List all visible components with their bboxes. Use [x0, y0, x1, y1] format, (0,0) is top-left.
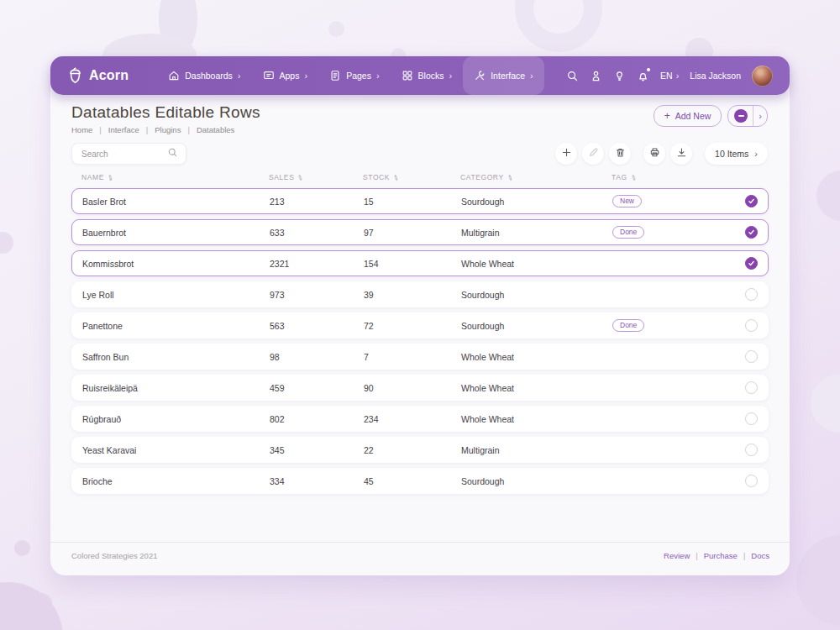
column-header-tag[interactable]: TAG — [612, 173, 704, 181]
items-per-page-button[interactable]: 10 Items › — [705, 143, 768, 165]
brand-name: Acorn — [89, 68, 129, 83]
cell-category: Whole Wheat — [461, 352, 612, 362]
row-checkbox[interactable] — [745, 288, 758, 301]
breadcrumb-home[interactable]: Home — [71, 125, 92, 134]
column-header-category[interactable]: CATEGORY — [460, 173, 612, 181]
table-row[interactable]: Panettone 563 72 Sourdough Done — [71, 312, 769, 339]
cell-stock: 15 — [364, 197, 461, 207]
chevron-right-icon: › — [676, 71, 680, 81]
user-menu[interactable]: Lisa Jackson — [690, 71, 741, 81]
decor-ring — [515, 0, 602, 52]
cell-category: Whole Wheat — [461, 383, 612, 393]
column-header-sales[interactable]: SALES — [269, 173, 363, 181]
cell-name: Kommissbrot — [82, 259, 270, 269]
expand-button[interactable]: › — [753, 106, 767, 126]
add-new-label: Add New — [675, 111, 711, 121]
print-button[interactable] — [643, 143, 665, 165]
table-row[interactable]: Basler Brot 213 15 Sourdough New — [71, 188, 769, 214]
main-menu: Dashboards › Apps › Pages — [157, 56, 544, 95]
menu-label: Pages — [346, 71, 371, 81]
lock-icon[interactable] — [590, 70, 602, 82]
edit-row-button[interactable] — [582, 143, 604, 165]
navbar-right: EN › Lisa Jackson — [566, 56, 773, 95]
chevron-right-icon: › — [754, 149, 758, 159]
user-name: Lisa Jackson — [690, 71, 741, 81]
cell-category: Multigrain — [461, 228, 612, 238]
breadcrumb-interface[interactable]: Interface — [108, 125, 139, 134]
column-header-name[interactable]: NAME — [81, 173, 269, 181]
footer-links: Review| Purchase| Docs — [664, 551, 769, 560]
table-row[interactable]: Brioche 334 45 Sourdough — [71, 468, 769, 494]
search-icon[interactable] — [566, 70, 579, 82]
bell-icon[interactable] — [637, 70, 649, 82]
decor-circle — [811, 374, 840, 433]
breadcrumb-plugins[interactable]: Plugins — [155, 125, 181, 134]
row-checkbox[interactable] — [745, 412, 758, 425]
cell-name: Yeast Karavai — [82, 445, 270, 455]
row-checkbox[interactable] — [745, 226, 758, 239]
table-row[interactable]: Ruisreikäleipä 459 90 Whole Wheat — [71, 375, 769, 401]
export-button[interactable] — [670, 143, 692, 165]
menu-item-apps[interactable]: Apps › — [252, 56, 319, 95]
table-row[interactable]: Lye Roll 973 39 Sourdough — [71, 281, 769, 307]
brand-logo[interactable]: Acorn — [67, 56, 129, 95]
cell-name: Ruisreikäleipä — [82, 383, 270, 393]
add-row-button[interactable] — [555, 143, 577, 165]
menu-item-pages[interactable]: Pages › — [318, 56, 390, 95]
cell-name: Rúgbrauð — [82, 414, 270, 424]
column-label: SALES — [269, 173, 294, 181]
row-checkbox[interactable] — [745, 381, 758, 394]
footer-link-review[interactable]: Review — [664, 551, 690, 560]
cell-stock: 7 — [364, 352, 461, 362]
row-checkbox[interactable] — [745, 444, 758, 456]
cell-stock: 39 — [364, 290, 461, 300]
table-row[interactable]: Kommissbrot 2321 154 Whole Wheat — [71, 250, 769, 276]
breadcrumb-separator: | — [99, 125, 101, 134]
footer-separator: | — [743, 551, 745, 560]
column-label: STOCK — [363, 173, 390, 181]
language-label: EN — [660, 71, 673, 81]
menu-label: Blocks — [418, 71, 444, 81]
cell-stock: 97 — [364, 228, 461, 238]
split-button-group: › — [727, 105, 768, 127]
cell-category: Whole Wheat — [461, 259, 612, 269]
table-row[interactable]: Rúgbrauð 802 234 Whole Wheat — [71, 406, 769, 432]
search-input[interactable] — [80, 149, 167, 160]
menu-item-blocks[interactable]: Blocks › — [391, 56, 464, 95]
chevron-right-icon: › — [759, 111, 762, 121]
cell-sales: 459 — [270, 383, 364, 393]
menu-item-dashboards[interactable]: Dashboards › — [157, 56, 251, 95]
cell-name: Basler Brot — [82, 197, 270, 207]
add-new-button[interactable]: + Add New — [654, 105, 722, 127]
footer-link-purchase[interactable]: Purchase — [704, 551, 738, 560]
cell-name: Panettone — [82, 321, 270, 331]
row-checkbox[interactable] — [745, 350, 758, 363]
sort-icon — [297, 174, 303, 181]
breadcrumb-datatables[interactable]: Datatables — [197, 125, 234, 134]
cell-category: Multigrain — [461, 445, 612, 455]
footer-separator: | — [696, 551, 697, 560]
menu-item-interface[interactable]: Interface › — [463, 56, 544, 95]
search-icon[interactable] — [167, 146, 178, 161]
footer-link-docs[interactable]: Docs — [751, 551, 769, 560]
tag-badge: New — [612, 195, 642, 207]
table-row[interactable]: Yeast Karavai 345 22 Multigrain — [71, 437, 769, 463]
language-selector[interactable]: EN › — [660, 71, 679, 81]
row-checkbox[interactable] — [745, 195, 758, 207]
plus-icon: + — [664, 111, 670, 121]
avatar[interactable] — [752, 66, 773, 87]
page-title: Datatables Editable Rows — [71, 103, 260, 122]
lightbulb-icon[interactable] — [613, 70, 626, 82]
menu-label: Interface — [491, 71, 525, 81]
row-checkbox[interactable] — [745, 257, 758, 270]
row-checkbox[interactable] — [745, 319, 758, 332]
row-checkbox[interactable] — [745, 475, 758, 487]
plus-icon — [561, 147, 572, 160]
cell-tag: New — [612, 195, 705, 207]
table-row[interactable]: Bauernbrot 633 97 Multigrain Done — [71, 219, 769, 245]
collapse-button[interactable] — [728, 106, 753, 126]
table-row[interactable]: Saffron Bun 98 7 Whole Wheat — [71, 344, 769, 370]
delete-row-button[interactable] — [609, 143, 631, 165]
cell-stock: 154 — [364, 259, 461, 269]
column-header-stock[interactable]: STOCK — [363, 173, 460, 181]
